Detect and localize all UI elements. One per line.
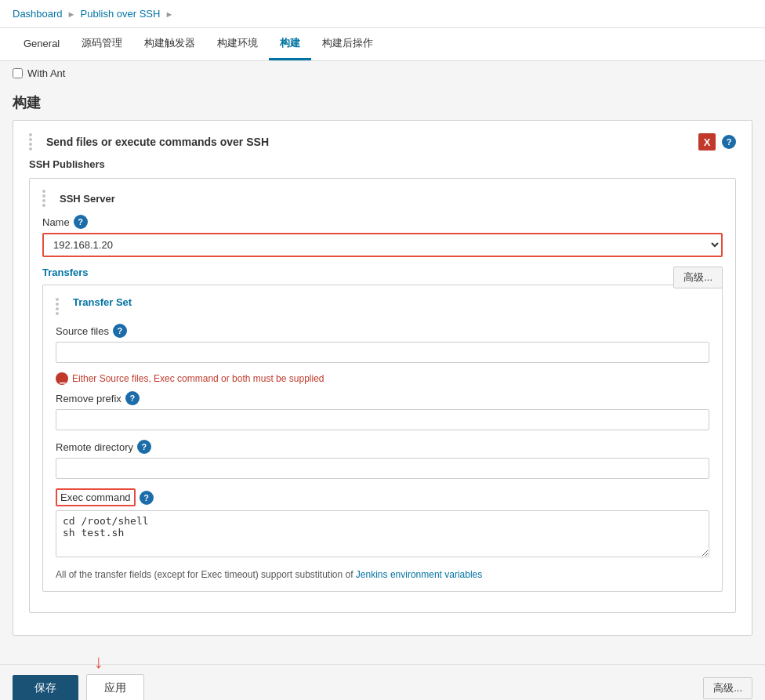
source-files-label: Source files <box>56 325 109 337</box>
drag-handle <box>29 133 37 151</box>
remove-button[interactable]: X <box>698 133 716 151</box>
remove-prefix-help-icon[interactable]: ? <box>125 391 140 405</box>
apply-button[interactable]: 应用 <box>86 674 144 700</box>
breadcrumb: Dashboard ► Publish over SSH ► <box>0 0 765 28</box>
exec-command-help-icon[interactable]: ? <box>140 491 154 505</box>
remove-prefix-input[interactable] <box>56 409 709 430</box>
breadcrumb-dashboard[interactable]: Dashboard <box>13 8 63 20</box>
remote-directory-row: Remote directory ? <box>56 440 709 479</box>
breadcrumb-sep-1: ► <box>67 9 76 19</box>
transfer-set-drag-handle <box>56 298 63 315</box>
error-text: Either Source files, Exec command or bot… <box>72 373 324 384</box>
card-help-icon[interactable]: ? <box>722 135 736 149</box>
card-title: Send files or execute commands over SSH <box>46 136 269 148</box>
card-header-icons: X ? <box>698 133 736 151</box>
remote-directory-label: Remote directory <box>56 441 133 453</box>
source-files-help-icon[interactable]: ? <box>113 324 127 338</box>
name-label: Name <box>42 216 70 228</box>
name-help-icon[interactable]: ? <box>74 215 88 229</box>
tabs-bar: General 源码管理 构建触发器 构建环境 构建 构建后操作 <box>0 28 765 61</box>
info-text-prefix: All of the transfer fields (except for E… <box>56 569 356 580</box>
tab-build-env[interactable]: 构建环境 <box>206 28 269 60</box>
source-files-label-row: Source files ? <box>56 324 709 338</box>
breadcrumb-publish-ssh[interactable]: Publish over SSH <box>81 8 161 20</box>
page-content: With Ant 构建 Send files or execute comman… <box>0 61 765 664</box>
exec-command-row: Exec command ? cd /root/shell sh test.sh <box>56 488 709 560</box>
card-header: Send files or execute commands over SSH … <box>29 133 736 151</box>
info-text: All of the transfer fields (except for E… <box>56 569 709 580</box>
exec-command-wrapper: cd /root/shell sh test.sh <box>56 510 709 560</box>
exec-command-label: Exec command <box>56 488 136 506</box>
transfers-label: Transfers <box>42 267 723 278</box>
save-button[interactable]: 保存 <box>13 675 78 700</box>
remove-prefix-row: Remove prefix ? <box>56 391 709 430</box>
remote-directory-label-row: Remote directory ? <box>56 440 709 454</box>
name-label-row: Name ? <box>42 215 723 229</box>
transfer-set-card: Transfer Set Source files ? ⎯ Either Sou… <box>42 285 723 592</box>
ssh-publishers-label: SSH Publishers <box>29 158 736 170</box>
name-form-row: Name ? 192.168.1.20 <box>42 215 723 257</box>
with-ant-row: With Ant <box>13 61 752 82</box>
remove-prefix-label: Remove prefix <box>56 393 121 404</box>
remote-directory-help-icon[interactable]: ? <box>137 440 151 454</box>
source-files-input[interactable] <box>56 342 709 363</box>
with-ant-checkbox[interactable] <box>13 68 23 78</box>
bottom-advanced-button[interactable]: 高级... <box>703 677 752 699</box>
tab-build-trigger[interactable]: 构建触发器 <box>133 28 206 60</box>
with-ant-label: With Ant <box>27 67 65 79</box>
error-message: ⎯ Either Source files, Exec command or b… <box>56 372 709 385</box>
source-files-row: Source files ? <box>56 324 709 363</box>
exec-command-textarea[interactable]: cd /root/shell sh test.sh <box>56 510 709 557</box>
exec-command-label-row: Exec command ? <box>56 488 709 506</box>
tab-post-build[interactable]: 构建后操作 <box>311 28 384 60</box>
ssh-server-card: SSH Server Name ? 192.168.1.20 高级... Tra… <box>29 178 736 613</box>
jenkins-env-vars-link[interactable]: Jenkins environment variables <box>356 569 482 580</box>
remote-directory-input[interactable] <box>56 458 709 479</box>
arrow-indicator: ↓ <box>94 651 103 673</box>
tab-source-mgmt[interactable]: 源码管理 <box>71 28 133 60</box>
breadcrumb-sep-2: ► <box>165 9 173 19</box>
bottom-bar-left: 保存 应用 <box>13 674 144 700</box>
tab-build[interactable]: 构建 <box>269 28 311 60</box>
ssh-server-drag-handle <box>42 190 50 207</box>
bottom-bar: ↓ 保存 应用 高级... <box>0 664 765 700</box>
server-advanced-button[interactable]: 高级... <box>673 267 723 288</box>
transfers-row: Transfers Transfer Set Source files ? <box>42 267 723 592</box>
tab-general[interactable]: General <box>13 30 71 60</box>
name-select[interactable]: 192.168.1.20 <box>42 233 723 257</box>
transfer-set-label: Transfer Set <box>73 296 132 308</box>
section-title: 构建 <box>13 82 752 120</box>
remove-prefix-label-row: Remove prefix ? <box>56 391 709 405</box>
error-icon: ⎯ <box>56 372 68 385</box>
main-card: Send files or execute commands over SSH … <box>13 120 752 636</box>
ssh-server-label: SSH Server <box>60 193 115 205</box>
